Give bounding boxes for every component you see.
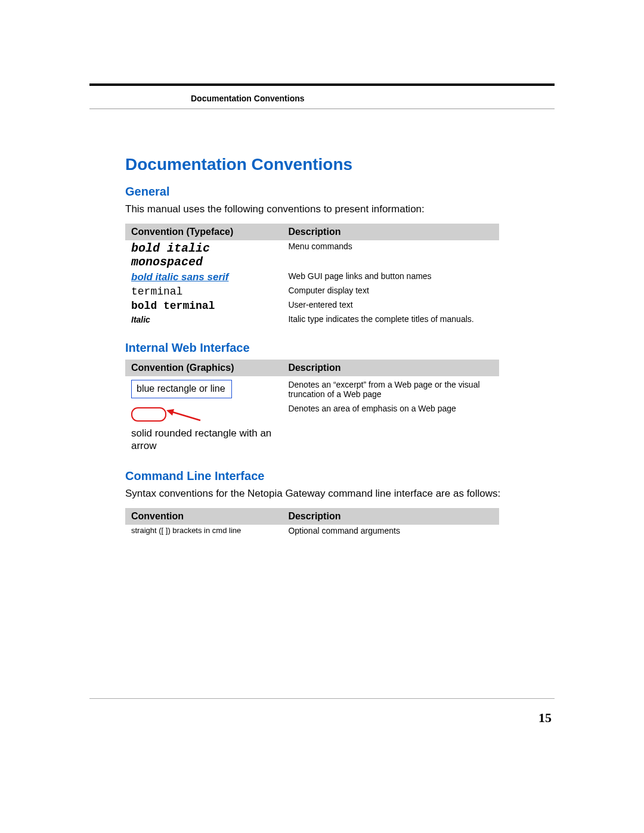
graphic-label: solid rounded rectangle with an arrow — [131, 427, 276, 453]
cell-convention: straight ([ ]) brackets in cmd line — [125, 525, 282, 537]
th-description: Description — [282, 224, 499, 240]
cell-typeface: bold terminal — [125, 299, 282, 313]
cell-description: Denotes an area of emphasis on a Web pag… — [282, 400, 499, 454]
typeface-sample: terminal — [131, 286, 182, 298]
svg-marker-1 — [166, 409, 174, 416]
page-title: Documentation Conventions — [125, 155, 507, 174]
footer-rule — [89, 698, 555, 699]
cell-description: Menu commands — [282, 240, 499, 270]
section-general-heading: General — [125, 185, 507, 199]
cell-description: Italic type indicates the complete title… — [282, 313, 499, 326]
table-row: bold italic sans serif Web GUI page link… — [125, 270, 499, 284]
table-row: straight ([ ]) brackets in cmd line Opti… — [125, 525, 499, 537]
table-row: Italic Italic type indicates the complet… — [125, 313, 499, 326]
rounded-rectangle-arrow-icon — [131, 405, 276, 423]
document-page: Documentation Conventions Documentation … — [0, 0, 644, 833]
arrow-icon — [165, 405, 206, 423]
cell-graphic: blue rectangle or line — [125, 376, 282, 400]
header-label: Documentation Conventions — [191, 94, 305, 103]
cell-description: Web GUI page links and button names — [282, 270, 499, 284]
th-description: Description — [282, 508, 499, 525]
section-cli-heading: Command Line Interface — [125, 469, 507, 483]
page-content: Documentation Conventions General This m… — [125, 155, 507, 537]
typeface-sample: bold italic sans serif — [131, 271, 228, 283]
cell-typeface: bold italic monospaced — [125, 240, 282, 270]
page-header: Documentation Conventions — [89, 83, 555, 109]
svg-line-0 — [171, 411, 200, 420]
table-header-row: Convention (Typeface) Description — [125, 224, 499, 240]
table-header-row: Convention Description — [125, 508, 499, 525]
table-row: terminal Computer display text — [125, 284, 499, 299]
th-typeface: Convention (Typeface) — [125, 224, 282, 240]
typeface-sample: bold terminal — [131, 300, 215, 312]
table-cli: Convention Description straight ([ ]) br… — [125, 508, 499, 537]
cell-typeface: Italic — [125, 313, 282, 326]
table-row: bold italic monospaced Menu commands — [125, 240, 499, 270]
table-graphics: Convention (Graphics) Description blue r… — [125, 360, 499, 454]
th-convention: Convention — [125, 508, 282, 525]
typeface-sample: Italic — [131, 315, 150, 324]
cell-description: User-entered text — [282, 299, 499, 313]
cell-typeface: terminal — [125, 284, 282, 299]
th-graphics: Convention (Graphics) — [125, 360, 282, 376]
table-row: blue rectangle or line Denotes an “excer… — [125, 376, 499, 400]
cell-graphic: solid rounded rectangle with an arrow — [125, 400, 282, 454]
cli-intro: Syntax conventions for the Netopia Gatew… — [125, 488, 507, 500]
table-typeface: Convention (Typeface) Description bold i… — [125, 224, 499, 326]
table-header-row: Convention (Graphics) Description — [125, 360, 499, 376]
rounded-pill-icon — [131, 407, 166, 422]
typeface-sample: monospaced — [131, 255, 276, 269]
section-internal-heading: Internal Web Interface — [125, 341, 507, 355]
typeface-sample: bold italic — [131, 241, 276, 255]
cell-description: Optional command arguments — [282, 525, 499, 537]
cell-description: Computer display text — [282, 284, 499, 299]
cell-typeface: bold italic sans serif — [125, 270, 282, 284]
page-number: 15 — [538, 710, 552, 726]
blue-rectangle-icon: blue rectangle or line — [131, 380, 232, 398]
general-intro: This manual uses the following conventio… — [125, 203, 507, 215]
th-description: Description — [282, 360, 499, 376]
cell-description: Denotes an “excerpt” from a Web page or … — [282, 376, 499, 400]
table-row: bold terminal User-entered text — [125, 299, 499, 313]
table-row: solid rounded rectangle with an arrow De… — [125, 400, 499, 454]
